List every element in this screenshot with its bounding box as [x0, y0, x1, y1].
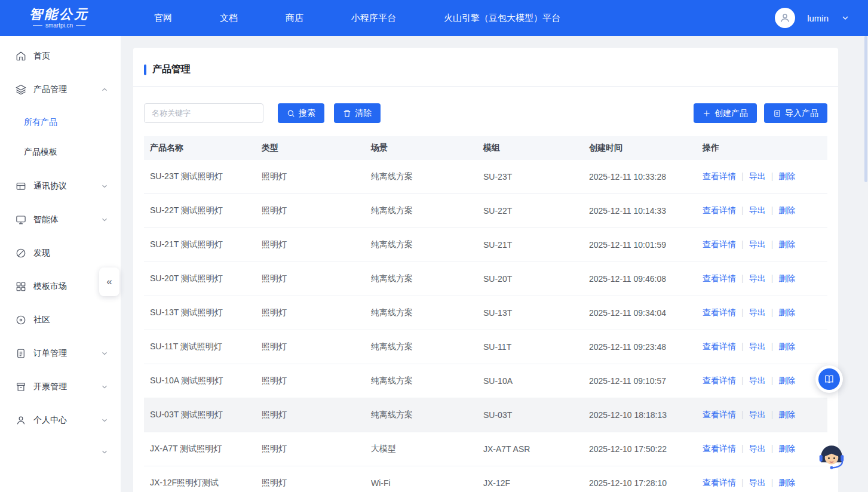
- delete-link[interactable]: 删除: [778, 342, 795, 351]
- main-content: 产品管理 搜索 清除 创建产品: [121, 36, 868, 492]
- delete-link[interactable]: 删除: [778, 171, 795, 181]
- assistant-girl-icon: [815, 439, 848, 472]
- view-details-link[interactable]: 查看详情: [703, 308, 736, 317]
- search-button[interactable]: 搜索: [278, 103, 324, 123]
- sidebar-item-personal-center[interactable]: 个人中心: [0, 404, 121, 437]
- search-input[interactable]: [144, 103, 263, 123]
- table-row: JX-A7T 测试照明灯照明灯大模型JX-A7T ASR2025-12-10 1…: [144, 432, 827, 466]
- docs-floating-button[interactable]: [815, 365, 843, 393]
- import-product-button[interactable]: 导入产品: [764, 103, 827, 123]
- sidebar-item-discover[interactable]: 发现: [0, 236, 121, 270]
- table-row: SU-13T 测试照明灯照明灯纯离线方案SU-13T2025-12-11 09:…: [144, 296, 827, 330]
- delete-link[interactable]: 删除: [778, 239, 795, 249]
- sidebar-item-community[interactable]: 社区: [0, 303, 121, 337]
- sidebar-item-invoice-management[interactable]: 开票管理: [0, 370, 121, 404]
- nav-volcengine-platform[interactable]: 火山引擎（豆包大模型）平台: [444, 13, 560, 24]
- trash-icon: [343, 109, 351, 118]
- sidebar-collapse-button[interactable]: «: [99, 267, 119, 296]
- view-details-link[interactable]: 查看详情: [703, 205, 736, 215]
- nav-store[interactable]: 商店: [286, 13, 303, 24]
- chevron-down-icon[interactable]: [100, 349, 109, 358]
- actions-cell: 查看详情|导出|删除: [697, 342, 827, 352]
- actions-cell: 查看详情|导出|删除: [697, 444, 827, 454]
- view-details-link[interactable]: 查看详情: [703, 273, 736, 283]
- delete-link[interactable]: 删除: [778, 308, 795, 317]
- actions-cell: 查看详情|导出|删除: [697, 410, 827, 420]
- delete-link[interactable]: 删除: [778, 273, 795, 283]
- order-document-icon: [16, 348, 26, 359]
- export-link[interactable]: 导出: [749, 478, 766, 487]
- module-cell: SU-11T: [477, 342, 583, 352]
- export-link[interactable]: 导出: [749, 376, 766, 385]
- nav-docs[interactable]: 文档: [220, 13, 238, 24]
- export-link[interactable]: 导出: [749, 444, 766, 453]
- chevron-down-icon[interactable]: [841, 13, 850, 23]
- view-details-link[interactable]: 查看详情: [703, 171, 736, 181]
- chevron-down-icon[interactable]: [100, 383, 109, 391]
- sidebar-item-product-templates[interactable]: 产品模板: [0, 137, 121, 167]
- delete-link[interactable]: 删除: [778, 376, 795, 385]
- action-separator: |: [741, 308, 744, 317]
- chevron-up-icon[interactable]: [100, 85, 109, 94]
- delete-link[interactable]: 删除: [778, 205, 795, 215]
- export-link[interactable]: 导出: [749, 239, 766, 249]
- delete-link[interactable]: 删除: [778, 444, 795, 453]
- chevron-down-icon[interactable]: [100, 182, 109, 190]
- user-name: lumin: [807, 13, 829, 23]
- sidebar-item-order-management[interactable]: 订单管理: [0, 337, 121, 370]
- view-details-link[interactable]: 查看详情: [703, 342, 736, 351]
- module-cell: SU-03T: [477, 410, 583, 420]
- type-cell: 照明灯: [256, 444, 365, 454]
- nav-miniprogram-platform[interactable]: 小程序平台: [351, 13, 396, 24]
- sidebar-item-label: 社区: [33, 315, 109, 325]
- book-icon: [818, 368, 840, 390]
- view-details-link[interactable]: 查看详情: [703, 376, 736, 385]
- module-cell: JX-A7T ASR: [477, 444, 583, 454]
- create-product-button[interactable]: 创建产品: [694, 103, 757, 123]
- view-details-link[interactable]: 查看详情: [703, 410, 736, 419]
- logo-subtitle-line: [33, 25, 42, 26]
- actions-cell: 查看详情|导出|删除: [697, 239, 827, 250]
- scrollbar[interactable]: [864, 36, 867, 182]
- clear-button[interactable]: 清除: [334, 103, 381, 123]
- actions-cell: 查看详情|导出|删除: [697, 376, 827, 386]
- logo[interactable]: 智能公元 smartpi.cn: [24, 7, 94, 29]
- column-header-scene: 场景: [365, 143, 477, 153]
- compass-icon: [16, 248, 26, 259]
- sidebar-item-all-products[interactable]: 所有产品: [0, 107, 121, 137]
- view-details-link[interactable]: 查看详情: [703, 239, 736, 249]
- export-link[interactable]: 导出: [749, 273, 766, 283]
- assistant-avatar[interactable]: [815, 439, 848, 472]
- user-avatar[interactable]: [775, 8, 795, 28]
- export-link[interactable]: 导出: [749, 171, 766, 181]
- view-details-link[interactable]: 查看详情: [703, 478, 736, 487]
- sidebar-item-agents[interactable]: 智能体: [0, 203, 121, 236]
- chevron-down-icon[interactable]: [100, 216, 109, 224]
- export-link[interactable]: 导出: [749, 410, 766, 419]
- sidebar-subitem-label: 所有产品: [24, 117, 57, 128]
- invoice-icon: [16, 382, 26, 392]
- module-cell: SU-10A: [477, 376, 583, 386]
- scene-cell: 纯离线方案: [365, 410, 477, 420]
- sidebar-item-home[interactable]: 首页: [0, 39, 121, 73]
- module-cell: SU-22T: [477, 206, 583, 216]
- chevron-down-icon[interactable]: [100, 416, 109, 425]
- export-link[interactable]: 导出: [749, 205, 766, 215]
- delete-link[interactable]: 删除: [778, 478, 795, 487]
- delete-link[interactable]: 删除: [778, 410, 795, 419]
- type-cell: 照明灯: [256, 478, 365, 488]
- module-cell: SU-13T: [477, 308, 583, 318]
- sidebar-item-communication-protocol[interactable]: 通讯协议: [0, 170, 121, 203]
- action-separator: |: [771, 171, 774, 181]
- table-row: SU-23T 测试照明灯照明灯纯离线方案SU-23T2025-12-11 10:…: [144, 160, 827, 194]
- actions-cell: 查看详情|导出|删除: [697, 308, 827, 318]
- export-link[interactable]: 导出: [749, 308, 766, 317]
- sidebar-item-more[interactable]: [0, 437, 121, 467]
- view-details-link[interactable]: 查看详情: [703, 444, 736, 453]
- sidebar-item-product-management[interactable]: 产品管理: [0, 73, 121, 106]
- scene-cell: 纯离线方案: [365, 308, 477, 318]
- product-name-cell: SU-03T 测试照明灯: [144, 410, 256, 420]
- nav-official-site[interactable]: 官网: [154, 13, 172, 24]
- export-link[interactable]: 导出: [749, 342, 766, 351]
- scene-cell: Wi-Fi: [365, 478, 477, 488]
